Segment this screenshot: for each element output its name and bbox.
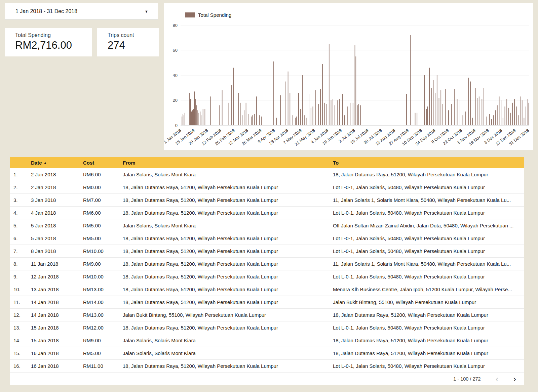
bar[interactable] bbox=[229, 103, 229, 125]
bar[interactable] bbox=[242, 115, 242, 125]
bar[interactable] bbox=[440, 90, 441, 125]
bar[interactable] bbox=[194, 91, 195, 125]
bar[interactable] bbox=[276, 118, 277, 125]
bar[interactable] bbox=[189, 93, 190, 125]
bar[interactable] bbox=[339, 99, 340, 125]
bar[interactable] bbox=[350, 103, 350, 125]
bar[interactable] bbox=[254, 114, 255, 126]
bar[interactable] bbox=[406, 94, 407, 125]
bar[interactable] bbox=[433, 80, 434, 125]
bar[interactable] bbox=[460, 100, 460, 126]
bar[interactable] bbox=[487, 117, 487, 125]
bar[interactable] bbox=[197, 110, 198, 125]
bar[interactable] bbox=[331, 100, 332, 126]
bar[interactable] bbox=[252, 117, 252, 125]
bar[interactable] bbox=[183, 114, 183, 126]
bar[interactable] bbox=[472, 118, 473, 125]
bar[interactable] bbox=[454, 89, 455, 125]
bar[interactable] bbox=[482, 99, 482, 125]
bar[interactable] bbox=[195, 99, 196, 125]
bar[interactable] bbox=[285, 82, 285, 125]
bar[interactable] bbox=[424, 75, 425, 125]
bar[interactable] bbox=[333, 99, 333, 125]
bar[interactable] bbox=[355, 45, 355, 125]
bar[interactable] bbox=[184, 115, 184, 125]
bar[interactable] bbox=[417, 113, 417, 125]
bar[interactable] bbox=[475, 88, 476, 125]
bar[interactable] bbox=[526, 106, 526, 125]
bar[interactable] bbox=[415, 113, 416, 125]
bar[interactable] bbox=[290, 93, 290, 125]
bar[interactable] bbox=[210, 96, 211, 125]
bar[interactable] bbox=[322, 64, 323, 126]
bar[interactable] bbox=[295, 118, 296, 125]
bar[interactable] bbox=[484, 88, 484, 125]
bar[interactable] bbox=[503, 118, 503, 125]
bar[interactable] bbox=[427, 106, 428, 125]
bar[interactable] bbox=[497, 105, 498, 125]
bar[interactable] bbox=[256, 96, 257, 125]
bar[interactable] bbox=[318, 104, 319, 125]
column-header-to[interactable]: To bbox=[333, 160, 524, 166]
bar[interactable] bbox=[193, 109, 194, 125]
bar[interactable] bbox=[246, 103, 246, 125]
bar[interactable] bbox=[329, 44, 330, 125]
bar[interactable] bbox=[489, 114, 490, 126]
bar[interactable] bbox=[495, 110, 496, 125]
bar[interactable] bbox=[205, 109, 205, 125]
bar[interactable] bbox=[514, 99, 515, 125]
bar[interactable] bbox=[261, 117, 262, 125]
column-header-from[interactable]: From bbox=[123, 160, 333, 166]
bar[interactable] bbox=[439, 98, 439, 125]
bar[interactable] bbox=[510, 113, 511, 125]
bar[interactable] bbox=[200, 112, 200, 125]
bar[interactable] bbox=[479, 96, 479, 125]
bar[interactable] bbox=[506, 99, 507, 125]
bar[interactable] bbox=[470, 82, 471, 125]
bar[interactable] bbox=[468, 78, 469, 126]
next-page-button[interactable]: › bbox=[513, 375, 516, 383]
bar[interactable] bbox=[240, 103, 241, 125]
bar[interactable] bbox=[231, 85, 232, 125]
bar[interactable] bbox=[529, 103, 529, 125]
bar[interactable] bbox=[344, 115, 345, 125]
bar[interactable] bbox=[448, 110, 449, 125]
bar[interactable] bbox=[203, 109, 203, 125]
bar[interactable] bbox=[304, 115, 305, 125]
bar[interactable] bbox=[358, 104, 359, 125]
bar[interactable] bbox=[443, 104, 443, 125]
bar[interactable] bbox=[465, 112, 466, 125]
bar[interactable] bbox=[435, 93, 435, 125]
bar[interactable] bbox=[499, 96, 500, 125]
bar[interactable] bbox=[182, 117, 182, 125]
bar[interactable] bbox=[518, 115, 518, 125]
bar[interactable] bbox=[512, 103, 513, 125]
bar[interactable] bbox=[198, 113, 199, 125]
bar[interactable] bbox=[324, 103, 325, 125]
bar[interactable] bbox=[293, 115, 293, 125]
bar[interactable] bbox=[347, 106, 348, 125]
bar[interactable] bbox=[248, 114, 249, 126]
previous-page-button[interactable]: ‹ bbox=[496, 375, 499, 383]
bar[interactable] bbox=[463, 115, 463, 125]
bar[interactable] bbox=[191, 112, 192, 125]
bar[interactable] bbox=[457, 99, 458, 125]
bar[interactable] bbox=[288, 72, 289, 125]
bar[interactable] bbox=[273, 61, 274, 125]
bar[interactable] bbox=[296, 117, 297, 125]
bar[interactable] bbox=[491, 119, 492, 125]
bar[interactable] bbox=[219, 105, 220, 125]
column-header-date[interactable]: Date▲ bbox=[31, 160, 83, 166]
bar[interactable] bbox=[522, 100, 523, 126]
bar[interactable] bbox=[520, 96, 521, 125]
bar[interactable] bbox=[335, 105, 335, 125]
bar[interactable] bbox=[360, 105, 361, 125]
bar[interactable] bbox=[437, 75, 437, 125]
bar[interactable] bbox=[306, 118, 307, 125]
bar[interactable] bbox=[313, 106, 313, 125]
bar[interactable] bbox=[431, 88, 432, 125]
bar[interactable] bbox=[302, 75, 303, 125]
bar[interactable] bbox=[528, 99, 528, 125]
bar[interactable] bbox=[357, 105, 358, 125]
bar[interactable] bbox=[326, 104, 326, 125]
